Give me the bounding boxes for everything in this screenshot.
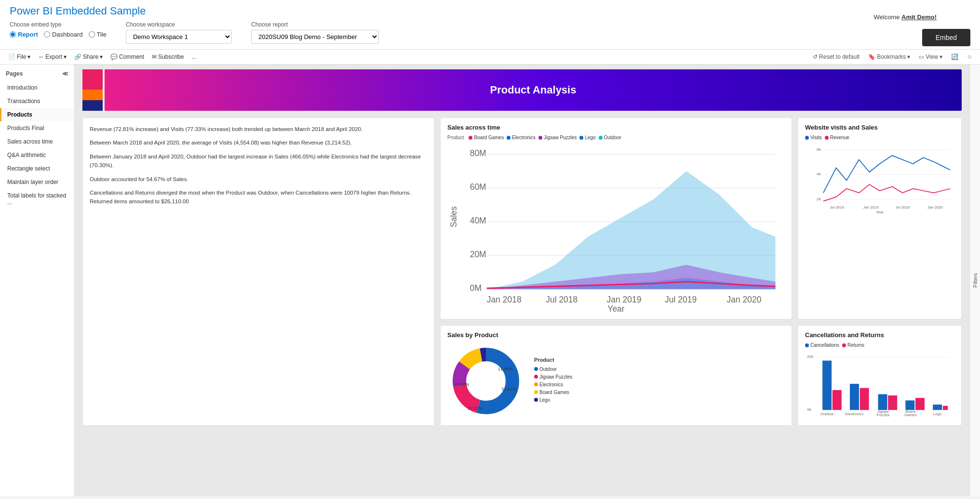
page-item-rectangle[interactable]: Rectangle select bbox=[0, 162, 74, 175]
radio-tile[interactable]: Tile bbox=[89, 31, 107, 38]
website-sales-legend: Visits Revenue bbox=[805, 135, 954, 140]
svg-text:80M: 80M bbox=[470, 148, 486, 158]
svg-text:Jul 2019: Jul 2019 bbox=[665, 295, 697, 304]
share-menu[interactable]: 🔗 Share ▾ bbox=[71, 52, 106, 62]
export-menu[interactable]: ↔ Export ▾ bbox=[35, 52, 70, 62]
sales-time-chart-card: Sales across time Product Board Games El… bbox=[440, 118, 792, 319]
refresh-btn[interactable]: 🔄 bbox=[948, 52, 961, 62]
file-chevron: ▾ bbox=[27, 53, 30, 60]
subscribe-icon: ✉ bbox=[152, 53, 157, 60]
file-menu[interactable]: 📄 File ▾ bbox=[5, 52, 34, 62]
export-icon: ↔ bbox=[38, 53, 44, 60]
page-item-introduction[interactable]: Introduction bbox=[0, 81, 74, 94]
page-item-qa[interactable]: Q&A arithmetic bbox=[0, 148, 74, 162]
page-item-products-final[interactable]: Products Final bbox=[0, 121, 74, 135]
svg-text:2K: 2K bbox=[817, 197, 821, 201]
svg-text:Jan 2020: Jan 2020 bbox=[726, 295, 761, 304]
insight-1: Revenue (72.81% increase) and Visits (77… bbox=[90, 125, 427, 133]
workspace-label: Choose workspace bbox=[126, 21, 232, 28]
export-chevron: ▾ bbox=[64, 53, 67, 60]
report-label: Choose report bbox=[251, 21, 379, 28]
svg-text:Jan 2019: Jan 2019 bbox=[607, 295, 642, 304]
svg-rect-48 bbox=[850, 384, 859, 410]
page-item-transactions[interactable]: Transactions bbox=[0, 94, 74, 108]
svg-text:17.37%: 17.37% bbox=[468, 406, 483, 411]
page-item-total-labels[interactable]: Total labels for stacked ... bbox=[0, 189, 74, 209]
bookmark-icon: 🔖 bbox=[868, 53, 875, 60]
svg-rect-54 bbox=[933, 405, 942, 410]
radio-report[interactable]: Report bbox=[10, 31, 38, 38]
svg-rect-51 bbox=[888, 395, 897, 410]
sales-time-title: Sales across time bbox=[447, 124, 785, 131]
svg-text:Outdoor: Outdoor bbox=[820, 412, 834, 416]
svg-text:Jul 2019: Jul 2019 bbox=[896, 205, 910, 210]
welcome-text: Welcome Amit Demo! bbox=[873, 13, 937, 21]
svg-text:Year: Year bbox=[607, 304, 625, 312]
insight-4: Outdoor accounted for 54.67% of Sales. bbox=[90, 175, 427, 184]
svg-text:Year: Year bbox=[876, 210, 884, 214]
embed-button[interactable]: Embed bbox=[922, 29, 970, 46]
report-banner: Product Analysis bbox=[105, 69, 962, 111]
embed-type-label: Choose embed type bbox=[10, 21, 107, 28]
view-btn[interactable]: ▭ View ▾ bbox=[916, 52, 945, 62]
svg-text:40M: 40M bbox=[470, 216, 486, 225]
filters-panel[interactable]: Filters bbox=[969, 65, 980, 496]
app-title: Power BI Embedded Sample bbox=[10, 5, 970, 17]
svg-text:Jul 2018: Jul 2018 bbox=[830, 205, 844, 210]
favorite-btn[interactable]: ☆ bbox=[964, 52, 975, 62]
workspace-selector-group: Choose workspace Demo Workspace 1 bbox=[126, 21, 232, 44]
workspace-select[interactable]: Demo Workspace 1 bbox=[126, 30, 232, 44]
svg-rect-53 bbox=[915, 398, 925, 410]
svg-rect-49 bbox=[860, 388, 869, 410]
page-item-products[interactable]: Products bbox=[0, 108, 74, 121]
more-btn[interactable]: ... bbox=[188, 52, 200, 62]
svg-text:0K: 0K bbox=[807, 407, 812, 412]
reset-btn[interactable]: ↺ Reset to default bbox=[810, 52, 862, 62]
svg-text:Jul 2018: Jul 2018 bbox=[546, 295, 577, 304]
file-icon: 📄 bbox=[8, 53, 15, 60]
view-chevron: ▾ bbox=[940, 53, 942, 60]
svg-text:4K: 4K bbox=[817, 172, 821, 176]
bookmarks-chevron: ▾ bbox=[907, 53, 910, 60]
svg-text:20M: 20M bbox=[470, 250, 486, 259]
svg-text:Electronics: Electronics bbox=[846, 412, 864, 416]
page-item-sales-time[interactable]: Sales across time bbox=[0, 135, 74, 148]
report-select[interactable]: 2020SU09 Blog Demo - September bbox=[251, 30, 379, 44]
bookmarks-btn[interactable]: 🔖 Bookmarks ▾ bbox=[865, 52, 913, 62]
share-icon: 🔗 bbox=[74, 53, 81, 60]
report-area: Product Analysis Sales across time Produ… bbox=[75, 65, 969, 496]
svg-text:54.67%: 54.67% bbox=[502, 387, 517, 392]
donut-legend: Product Outdoor Jigsaw Puzzles Electroni… bbox=[534, 357, 572, 403]
insight-5: Cancellations and Returns diverged the m… bbox=[90, 188, 427, 206]
svg-text:Games: Games bbox=[904, 413, 916, 417]
svg-text:0M: 0M bbox=[470, 283, 482, 293]
report-selector-group: Choose report 2020SU09 Blog Demo - Septe… bbox=[251, 21, 379, 44]
page-item-maintain[interactable]: Maintain layer order bbox=[0, 175, 74, 189]
svg-text:11.96%: 11.96% bbox=[498, 367, 513, 371]
insight-3: Between January 2018 and April 2020, Out… bbox=[90, 152, 427, 170]
website-sales-title: Website visits and Sales bbox=[805, 124, 954, 131]
svg-text:Jan 2019: Jan 2019 bbox=[863, 205, 879, 210]
comment-btn[interactable]: 💬 Comment bbox=[107, 52, 148, 62]
sales-product-chart-card: Sales by Product bbox=[440, 325, 792, 426]
subscribe-btn[interactable]: ✉ Subscribe bbox=[148, 52, 187, 62]
website-sales-svg: 6K 4K 2K Jul 2018 Jan 20 bbox=[805, 143, 954, 218]
insights-panel: Revenue (72.81% increase) and Visits (77… bbox=[82, 118, 434, 426]
svg-text:Puzzles: Puzzles bbox=[876, 413, 889, 417]
svg-text:Jan 2018: Jan 2018 bbox=[487, 295, 522, 304]
pages-title-label: Pages bbox=[6, 70, 23, 77]
svg-rect-47 bbox=[832, 390, 842, 410]
svg-text:Lego: Lego bbox=[933, 412, 941, 416]
radio-dashboard[interactable]: Dashboard bbox=[44, 31, 83, 38]
svg-rect-50 bbox=[878, 394, 887, 410]
svg-text:60M: 60M bbox=[470, 182, 486, 192]
refresh-icon: 🔄 bbox=[951, 53, 958, 60]
star-icon: ☆ bbox=[967, 53, 972, 60]
sales-time-svg: 80M 60M 40M 20M 0M Sales bbox=[447, 143, 785, 312]
svg-marker-11 bbox=[487, 171, 776, 289]
filters-label: Filters bbox=[972, 268, 978, 292]
donut-svg: 11.96% 12.98% 54.67% 17.37% bbox=[447, 342, 524, 420]
collapse-pages-icon[interactable]: ≪ bbox=[62, 70, 68, 77]
cancellations-legend: Cancellations Returns bbox=[805, 342, 954, 348]
cancellations-chart-card: Cancellations and Returns Cancellations … bbox=[798, 325, 962, 426]
